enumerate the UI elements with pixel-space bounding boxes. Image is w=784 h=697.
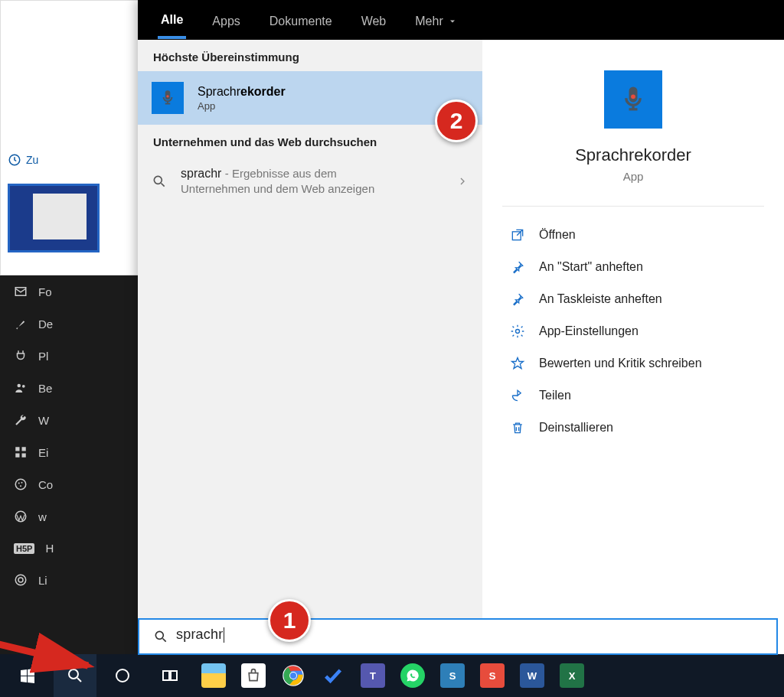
results-column: Höchste Übereinstimmung Sprachrekorder A… [138, 40, 482, 654]
tab-all[interactable]: Alle [158, 13, 186, 39]
search-input[interactable] [179, 629, 763, 645]
svg-rect-4 [22, 447, 26, 451]
taskview-icon [161, 666, 179, 685]
sidebar-item-label: Pl [38, 350, 48, 363]
svg-point-23 [116, 669, 129, 682]
action-label: App-Einstellungen [539, 324, 639, 338]
pin-icon [510, 292, 525, 307]
svg-point-1 [18, 384, 21, 388]
plug-icon [14, 349, 28, 363]
users-icon [14, 381, 28, 395]
taskbar-app-explorer[interactable] [196, 658, 231, 693]
taskbar-app-store[interactable] [236, 658, 271, 693]
target-icon [14, 573, 28, 587]
action-rate[interactable]: Bewerten und Kritik schreiben [510, 347, 756, 379]
sidebar-item-label: H [45, 542, 54, 555]
search-box[interactable] [138, 618, 778, 655]
svg-rect-24 [163, 671, 169, 680]
web-search-result[interactable]: sprachr - Ergebnisse aus dem Unternehmen… [138, 156, 482, 203]
svg-rect-5 [15, 454, 19, 458]
action-label: Öffnen [539, 228, 576, 242]
tab-more[interactable]: Mehr [412, 15, 459, 37]
clock-icon [8, 153, 21, 167]
svg-point-13 [18, 578, 23, 582]
open-icon [510, 227, 525, 243]
taskbar-app-excel[interactable]: X [554, 658, 590, 693]
sidebar-item[interactable]: De [0, 308, 138, 340]
svg-point-12 [15, 575, 26, 585]
sidebar-item[interactable]: Li [0, 564, 138, 596]
tab-web[interactable]: Web [358, 15, 390, 37]
svg-point-7 [15, 479, 26, 490]
sidebar-item-label: Co [38, 478, 53, 491]
sidebar-item-label: Li [38, 574, 47, 587]
svg-point-18 [631, 94, 635, 99]
svg-point-2 [22, 385, 25, 388]
chevron-down-icon [448, 17, 457, 26]
search-icon [152, 174, 167, 189]
pin-icon [510, 259, 525, 275]
action-share[interactable]: Teilen [510, 379, 756, 412]
svg-point-9 [21, 482, 23, 484]
brush-icon [14, 317, 28, 331]
sidebar-item-label: Fo [38, 285, 52, 298]
sidebar-item[interactable]: Pl [0, 340, 138, 372]
chevron-right-icon [456, 175, 469, 187]
gear-icon [510, 324, 525, 339]
taskbar-app-chrome[interactable] [276, 658, 311, 693]
sidebar-item[interactable]: w [0, 500, 138, 533]
search-panel: Alle Apps Dokumente Web Mehr Höchste Übe… [138, 0, 784, 654]
background-clock-label: Zu [26, 154, 38, 166]
grid-icon [14, 445, 28, 459]
sidebar-item-label: Be [38, 382, 52, 395]
action-label: Bewerten und Kritik schreiben [539, 357, 702, 370]
sidebar-item[interactable]: Be [0, 372, 138, 404]
action-pin-start[interactable]: An "Start" anheften [510, 251, 756, 283]
taskbar-app-teams[interactable]: T [355, 658, 390, 693]
action-label: Deinstallieren [539, 421, 613, 435]
taskbar-app-whatsapp[interactable] [395, 658, 430, 693]
taskbar-app-todo[interactable] [315, 658, 351, 693]
cookie-icon [14, 477, 28, 491]
svg-point-20 [516, 330, 520, 334]
action-label: An "Start" anheften [539, 260, 643, 274]
sidebar-item[interactable]: Fo [0, 275, 138, 308]
tab-more-label: Mehr [415, 15, 443, 28]
tab-apps[interactable]: Apps [209, 15, 243, 37]
taskbar-app-s[interactable]: S [475, 658, 510, 693]
action-uninstall[interactable]: Deinstallieren [510, 412, 756, 444]
taskbar-app-word[interactable]: W [514, 658, 550, 693]
svg-point-8 [18, 483, 20, 484]
action-settings[interactable]: App-Einstellungen [510, 315, 756, 347]
svg-point-10 [20, 485, 21, 487]
svg-point-21 [155, 631, 163, 639]
web-result-line1: sprachr - Ergebnisse aus dem [181, 167, 443, 181]
taskview-button[interactable] [149, 654, 191, 697]
action-open[interactable]: Öffnen [510, 219, 756, 251]
taskbar: T S S W X [0, 654, 784, 697]
action-label: Teilen [539, 389, 571, 402]
best-match-subtitle: App [198, 100, 286, 112]
search-tabs: Alle Apps Dokumente Web Mehr [138, 0, 784, 40]
tab-docs[interactable]: Dokumente [266, 15, 335, 37]
sidebar-item[interactable]: Co [0, 468, 138, 500]
details-subtitle: App [510, 170, 756, 183]
action-pin-taskbar[interactable]: An Taskleiste anheften [510, 283, 756, 315]
sidebar-item[interactable]: W [0, 404, 138, 436]
cortana-icon [113, 666, 132, 685]
voice-recorder-icon [604, 70, 662, 129]
sidebar-item[interactable]: H5PH [0, 533, 138, 564]
details-title: Sprachrekorder [510, 145, 756, 165]
best-match-title: Sprachrekorder [198, 85, 286, 99]
wrench-icon [14, 413, 28, 427]
web-result-line2: Unternehmen und dem Web anzeigen [181, 182, 443, 195]
action-label: An Taskleiste anheften [539, 292, 662, 306]
wordpress-icon [14, 510, 28, 523]
sidebar-item[interactable]: Ei [0, 436, 138, 468]
taskbar-app-snagit[interactable]: S [435, 658, 470, 693]
share-icon [510, 388, 525, 403]
best-match-result[interactable]: Sprachrekorder App [138, 71, 482, 125]
h5p-icon: H5P [14, 543, 34, 554]
svg-rect-6 [22, 454, 26, 458]
details-column: Sprachrekorder App Öffnen An "Start" anh… [482, 40, 784, 654]
